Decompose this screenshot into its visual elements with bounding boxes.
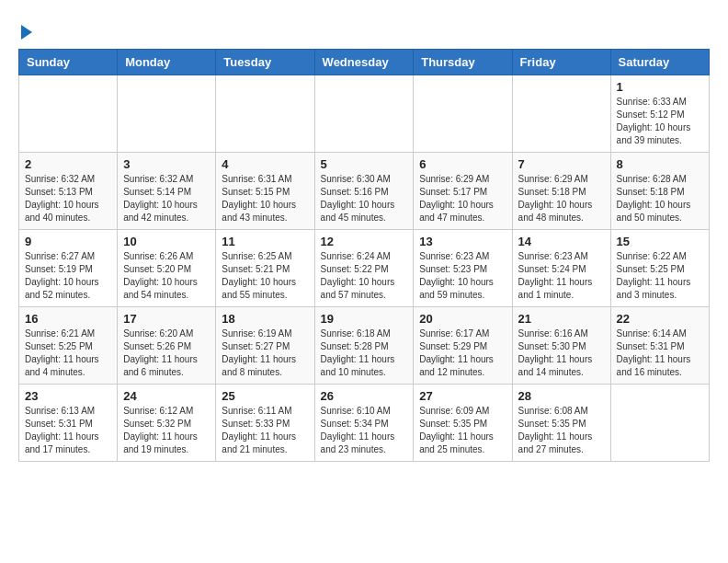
day-info: Sunrise: 6:23 AM Sunset: 5:23 PM Dayligh… xyxy=(419,250,506,302)
logo-arrow-icon xyxy=(21,25,32,40)
calendar-cell: 28Sunrise: 6:08 AM Sunset: 5:35 PM Dayli… xyxy=(512,385,610,462)
day-info: Sunrise: 6:17 AM Sunset: 5:29 PM Dayligh… xyxy=(419,327,506,379)
day-info: Sunrise: 6:08 AM Sunset: 5:35 PM Dayligh… xyxy=(518,405,605,456)
calendar-cell: 20Sunrise: 6:17 AM Sunset: 5:29 PM Dayli… xyxy=(414,307,512,385)
day-info: Sunrise: 6:11 AM Sunset: 5:33 PM Dayligh… xyxy=(222,405,308,456)
day-info: Sunrise: 6:14 AM Sunset: 5:31 PM Dayligh… xyxy=(617,327,703,379)
day-number: 8 xyxy=(617,157,703,171)
day-number: 25 xyxy=(222,389,308,403)
calendar-cell: 27Sunrise: 6:09 AM Sunset: 5:35 PM Dayli… xyxy=(414,385,512,462)
calendar-header-saturday: Saturday xyxy=(610,50,709,75)
day-info: Sunrise: 6:32 AM Sunset: 5:13 PM Dayligh… xyxy=(25,173,111,224)
day-info: Sunrise: 6:19 AM Sunset: 5:27 PM Dayligh… xyxy=(222,327,308,379)
calendar-cell: 14Sunrise: 6:23 AM Sunset: 5:24 PM Dayli… xyxy=(512,230,610,307)
calendar-week-4: 16Sunrise: 6:21 AM Sunset: 5:25 PM Dayli… xyxy=(19,307,710,385)
day-info: Sunrise: 6:23 AM Sunset: 5:24 PM Dayligh… xyxy=(518,250,605,302)
day-info: Sunrise: 6:28 AM Sunset: 5:18 PM Dayligh… xyxy=(617,173,703,224)
calendar-cell xyxy=(512,75,610,153)
calendar-cell: 1Sunrise: 6:33 AM Sunset: 5:12 PM Daylig… xyxy=(610,75,709,153)
calendar-cell xyxy=(314,75,414,153)
calendar-cell: 6Sunrise: 6:29 AM Sunset: 5:17 PM Daylig… xyxy=(414,153,512,230)
day-info: Sunrise: 6:20 AM Sunset: 5:26 PM Dayligh… xyxy=(123,327,210,379)
day-number: 6 xyxy=(419,157,506,171)
day-number: 16 xyxy=(25,312,111,326)
calendar-cell: 9Sunrise: 6:27 AM Sunset: 5:19 PM Daylig… xyxy=(19,230,118,307)
day-number: 1 xyxy=(617,80,703,94)
calendar-header-wednesday: Wednesday xyxy=(314,50,414,75)
calendar-header-thursday: Thursday xyxy=(414,50,512,75)
day-number: 21 xyxy=(518,312,605,326)
day-number: 7 xyxy=(518,157,605,171)
calendar-week-3: 9Sunrise: 6:27 AM Sunset: 5:19 PM Daylig… xyxy=(19,230,710,307)
day-number: 26 xyxy=(321,389,408,403)
calendar-cell: 10Sunrise: 6:26 AM Sunset: 5:20 PM Dayli… xyxy=(118,230,216,307)
day-number: 13 xyxy=(419,235,506,248)
calendar-table: SundayMondayTuesdayWednesdayThursdayFrid… xyxy=(18,49,710,462)
calendar-cell xyxy=(610,385,709,462)
calendar-week-5: 23Sunrise: 6:13 AM Sunset: 5:31 PM Dayli… xyxy=(19,385,710,462)
calendar-cell: 18Sunrise: 6:19 AM Sunset: 5:27 PM Dayli… xyxy=(216,307,314,385)
calendar-week-1: 1Sunrise: 6:33 AM Sunset: 5:12 PM Daylig… xyxy=(19,75,710,153)
day-number: 20 xyxy=(419,312,506,326)
calendar-week-2: 2Sunrise: 6:32 AM Sunset: 5:13 PM Daylig… xyxy=(19,153,710,230)
day-number: 22 xyxy=(617,312,703,326)
calendar-cell xyxy=(118,75,216,153)
calendar-header-row: SundayMondayTuesdayWednesdayThursdayFrid… xyxy=(19,50,710,75)
day-number: 18 xyxy=(222,312,308,326)
calendar-cell: 21Sunrise: 6:16 AM Sunset: 5:30 PM Dayli… xyxy=(512,307,610,385)
calendar-cell: 24Sunrise: 6:12 AM Sunset: 5:32 PM Dayli… xyxy=(118,385,216,462)
calendar-cell: 16Sunrise: 6:21 AM Sunset: 5:25 PM Dayli… xyxy=(19,307,118,385)
calendar-cell: 25Sunrise: 6:11 AM Sunset: 5:33 PM Dayli… xyxy=(216,385,314,462)
calendar-cell: 23Sunrise: 6:13 AM Sunset: 5:31 PM Dayli… xyxy=(19,385,118,462)
calendar-cell: 26Sunrise: 6:10 AM Sunset: 5:34 PM Dayli… xyxy=(314,385,414,462)
calendar-header-friday: Friday xyxy=(512,50,610,75)
day-info: Sunrise: 6:32 AM Sunset: 5:14 PM Dayligh… xyxy=(123,173,210,224)
day-info: Sunrise: 6:29 AM Sunset: 5:17 PM Dayligh… xyxy=(419,173,506,224)
day-number: 3 xyxy=(123,157,210,171)
day-number: 17 xyxy=(123,312,210,326)
day-number: 12 xyxy=(321,235,408,248)
calendar-cell xyxy=(216,75,314,153)
logo xyxy=(18,23,32,40)
calendar-header-sunday: Sunday xyxy=(19,50,118,75)
day-info: Sunrise: 6:30 AM Sunset: 5:16 PM Dayligh… xyxy=(321,173,408,224)
day-number: 5 xyxy=(321,157,408,171)
day-info: Sunrise: 6:21 AM Sunset: 5:25 PM Dayligh… xyxy=(25,327,111,379)
day-info: Sunrise: 6:26 AM Sunset: 5:20 PM Dayligh… xyxy=(123,250,210,302)
day-number: 23 xyxy=(25,389,111,403)
day-info: Sunrise: 6:25 AM Sunset: 5:21 PM Dayligh… xyxy=(222,250,308,302)
day-info: Sunrise: 6:24 AM Sunset: 5:22 PM Dayligh… xyxy=(321,250,408,302)
day-info: Sunrise: 6:09 AM Sunset: 5:35 PM Dayligh… xyxy=(419,405,506,456)
calendar-cell: 3Sunrise: 6:32 AM Sunset: 5:14 PM Daylig… xyxy=(118,153,216,230)
calendar-cell xyxy=(19,75,118,153)
day-number: 2 xyxy=(25,157,111,171)
calendar-cell: 11Sunrise: 6:25 AM Sunset: 5:21 PM Dayli… xyxy=(216,230,314,307)
day-info: Sunrise: 6:31 AM Sunset: 5:15 PM Dayligh… xyxy=(222,173,308,224)
calendar-cell: 2Sunrise: 6:32 AM Sunset: 5:13 PM Daylig… xyxy=(19,153,118,230)
day-number: 14 xyxy=(518,235,605,248)
calendar-cell: 22Sunrise: 6:14 AM Sunset: 5:31 PM Dayli… xyxy=(610,307,709,385)
day-number: 9 xyxy=(25,235,111,248)
day-info: Sunrise: 6:13 AM Sunset: 5:31 PM Dayligh… xyxy=(25,405,111,456)
day-number: 10 xyxy=(123,235,210,248)
calendar-cell xyxy=(414,75,512,153)
calendar-cell: 5Sunrise: 6:30 AM Sunset: 5:16 PM Daylig… xyxy=(314,153,414,230)
calendar-cell: 15Sunrise: 6:22 AM Sunset: 5:25 PM Dayli… xyxy=(610,230,709,307)
calendar-cell: 17Sunrise: 6:20 AM Sunset: 5:26 PM Dayli… xyxy=(118,307,216,385)
day-number: 4 xyxy=(222,157,308,171)
day-number: 27 xyxy=(419,389,506,403)
calendar-cell: 8Sunrise: 6:28 AM Sunset: 5:18 PM Daylig… xyxy=(610,153,709,230)
day-number: 11 xyxy=(222,235,308,248)
calendar-cell: 4Sunrise: 6:31 AM Sunset: 5:15 PM Daylig… xyxy=(216,153,314,230)
calendar-header-monday: Monday xyxy=(118,50,216,75)
day-info: Sunrise: 6:10 AM Sunset: 5:34 PM Dayligh… xyxy=(321,405,408,456)
day-number: 15 xyxy=(617,235,703,248)
day-number: 28 xyxy=(518,389,605,403)
day-info: Sunrise: 6:29 AM Sunset: 5:18 PM Dayligh… xyxy=(518,173,605,224)
day-number: 24 xyxy=(123,389,210,403)
day-info: Sunrise: 6:33 AM Sunset: 5:12 PM Dayligh… xyxy=(617,96,703,147)
calendar-cell: 12Sunrise: 6:24 AM Sunset: 5:22 PM Dayli… xyxy=(314,230,414,307)
day-info: Sunrise: 6:18 AM Sunset: 5:28 PM Dayligh… xyxy=(321,327,408,379)
page-header xyxy=(18,18,710,40)
day-info: Sunrise: 6:27 AM Sunset: 5:19 PM Dayligh… xyxy=(25,250,111,302)
